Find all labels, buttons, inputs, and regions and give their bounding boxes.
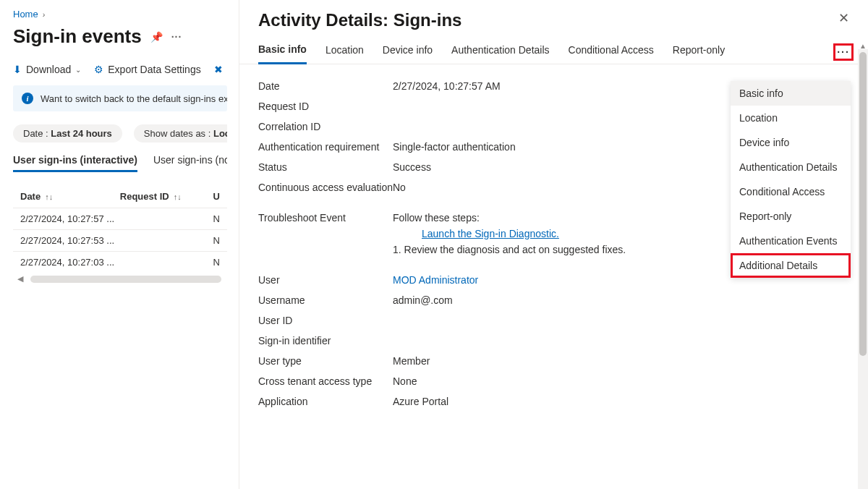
tool-icon[interactable]: ✖: [214, 64, 223, 75]
more-actions-icon[interactable]: ···: [171, 31, 182, 43]
table-body: 2/27/2024, 10:27:57 ... N 2/27/2024, 10:…: [13, 208, 227, 273]
scroll-left-arrow-icon: ◀: [17, 274, 23, 284]
kv-username: Usernameadmin@.com: [258, 290, 849, 310]
kv-label: Application: [258, 396, 393, 407]
menu-item-conditional-access[interactable]: Conditional Access: [731, 179, 851, 204]
table-header: Date ↑↓ Request ID ↑↓ U: [13, 185, 227, 208]
detail-tabs: Basic info Location Device info Authenti…: [239, 43, 868, 64]
tab-location[interactable]: Location: [326, 44, 364, 63]
sort-icon: ↑↓: [45, 192, 53, 201]
cell-trail: N: [213, 257, 220, 268]
close-icon[interactable]: ✕: [838, 10, 849, 26]
table-row[interactable]: 2/27/2024, 10:27:03 ... N: [13, 251, 227, 273]
tabs-overflow-button[interactable]: ···: [833, 43, 854, 61]
kv-value: Azure Portal: [393, 396, 448, 407]
export-label: Export Data Settings: [108, 64, 200, 75]
th-request-id-label: Request ID: [120, 191, 169, 202]
signins-table: Date ↑↓ Request ID ↑↓ U 2/27/2024, 10:27…: [13, 185, 227, 283]
gear-icon: ⚙: [94, 64, 103, 75]
table-row[interactable]: 2/27/2024, 10:27:53 ... N: [13, 229, 227, 251]
left-panel: Home › Sign-in events 📌 ··· ⬇ Download ⌄…: [0, 0, 239, 489]
menu-item-location[interactable]: Location: [731, 106, 851, 130]
tabs-overflow-menu: Basic info Location Device info Authenti…: [731, 81, 851, 278]
sort-icon: ↑↓: [174, 192, 182, 201]
kv-label: Continuous access evaluation: [258, 182, 393, 193]
kv-label: User: [258, 274, 393, 286]
cell-date: 2/27/2024, 10:27:57 ...: [20, 213, 107, 224]
chevron-right-icon: ›: [43, 10, 46, 19]
kv-user-type: User typeMember: [258, 351, 849, 371]
menu-item-authentication-events[interactable]: Authentication Events: [731, 229, 851, 253]
filter-date-pill[interactable]: Date : Last 24 hours: [13, 124, 122, 143]
horizontal-scrollbar[interactable]: ◀: [13, 276, 227, 283]
filter-date-label: Date :: [23, 128, 48, 139]
cell-date: 2/27/2024, 10:27:53 ...: [20, 235, 107, 246]
cell-request-id: [129, 235, 192, 246]
th-u[interactable]: U: [213, 191, 220, 202]
menu-item-device-info[interactable]: Device info: [731, 130, 851, 155]
export-settings-button[interactable]: ⚙ Export Data Settings: [94, 64, 200, 75]
kv-label: Sign-in identifier: [258, 335, 393, 346]
kv-label: User type: [258, 355, 393, 367]
info-banner[interactable]: i Want to switch back to the default sig…: [13, 85, 227, 111]
cell-request-id: [129, 257, 192, 268]
kv-value: None: [393, 375, 417, 387]
menu-item-additional-details[interactable]: Additional Details: [731, 253, 851, 278]
download-button[interactable]: ⬇ Download ⌄: [13, 64, 81, 75]
breadcrumb: Home ›: [13, 9, 227, 20]
tab-conditional-access[interactable]: Conditional Access: [569, 44, 654, 63]
detail-panel: Activity Details: Sign-ins ✕ Basic info …: [239, 0, 868, 489]
table-row[interactable]: 2/27/2024, 10:27:57 ... N: [13, 208, 227, 229]
th-u-label: U: [213, 191, 220, 202]
tab-device-info[interactable]: Device info: [383, 44, 433, 63]
sub-tabs: User sign-ins (interactive) User sign-in…: [13, 154, 227, 172]
cell-trail: N: [213, 213, 220, 224]
tab-basic-info[interactable]: Basic info: [258, 43, 307, 64]
th-request-id[interactable]: Request ID ↑↓: [120, 191, 192, 202]
command-bar: ⬇ Download ⌄ ⚙ Export Data Settings ✖: [13, 64, 227, 75]
detail-title: Activity Details: Sign-ins: [258, 10, 461, 30]
filter-showas-label: Show dates as :: [144, 128, 211, 139]
menu-item-authentication-details[interactable]: Authentication Details: [731, 155, 851, 179]
scrollbar-track: [30, 276, 221, 283]
kv-value: Success: [393, 161, 431, 173]
kv-value: Single-factor authentication: [393, 141, 516, 153]
page-title: Sign-in events: [13, 25, 142, 48]
filter-showas-pill[interactable]: Show dates as : Loca: [134, 124, 227, 143]
kv-value: admin@.com: [393, 294, 453, 306]
info-icon: i: [22, 93, 33, 104]
tab-user-signins-interactive[interactable]: User sign-ins (interactive): [13, 154, 137, 172]
kv-label: Correlation ID: [258, 121, 393, 132]
filter-row: Date : Last 24 hours Show dates as : Loc…: [13, 124, 227, 143]
detail-header: Activity Details: Sign-ins ✕: [239, 0, 868, 43]
filter-date-value: Last 24 hours: [51, 128, 112, 139]
th-date[interactable]: Date ↑↓: [20, 191, 98, 202]
info-banner-text: Want to switch back to the default sign-…: [41, 93, 227, 104]
kv-value: 2/27/2024, 10:27:57 AM: [393, 80, 501, 92]
cell-request-id: [129, 213, 192, 224]
tab-authentication-details[interactable]: Authentication Details: [451, 44, 549, 63]
breadcrumb-home-link[interactable]: Home: [13, 9, 38, 20]
vertical-scrollbar[interactable]: ▲: [858, 49, 868, 489]
user-link[interactable]: MOD Administrator: [393, 274, 478, 286]
kv-signin-identifier: Sign-in identifier: [258, 331, 849, 351]
kv-cross-tenant: Cross tenant access typeNone: [258, 371, 849, 391]
kv-label: Cross tenant access type: [258, 375, 393, 387]
kv-value: Member: [393, 355, 430, 367]
scroll-up-arrow-icon: ▲: [859, 42, 867, 50]
kv-application: ApplicationAzure Portal: [258, 391, 849, 412]
kv-label: Status: [258, 161, 393, 173]
chevron-down-icon: ⌄: [75, 66, 81, 74]
kv-label: Request ID: [258, 101, 393, 112]
download-icon: ⬇: [13, 64, 22, 75]
menu-item-report-only[interactable]: Report-only: [731, 204, 851, 229]
kv-label: Troubleshoot Event: [258, 212, 393, 255]
cell-trail: N: [213, 235, 220, 246]
tab-user-signins-noninteractive[interactable]: User sign-ins (nor: [153, 154, 227, 172]
filter-showas-value: Loca: [213, 128, 227, 139]
tab-report-only[interactable]: Report-only: [673, 44, 725, 63]
menu-item-basic-info[interactable]: Basic info: [731, 81, 851, 106]
scrollbar-thumb[interactable]: [859, 52, 867, 356]
th-date-label: Date: [20, 191, 41, 202]
pin-icon[interactable]: 📌: [150, 31, 163, 43]
